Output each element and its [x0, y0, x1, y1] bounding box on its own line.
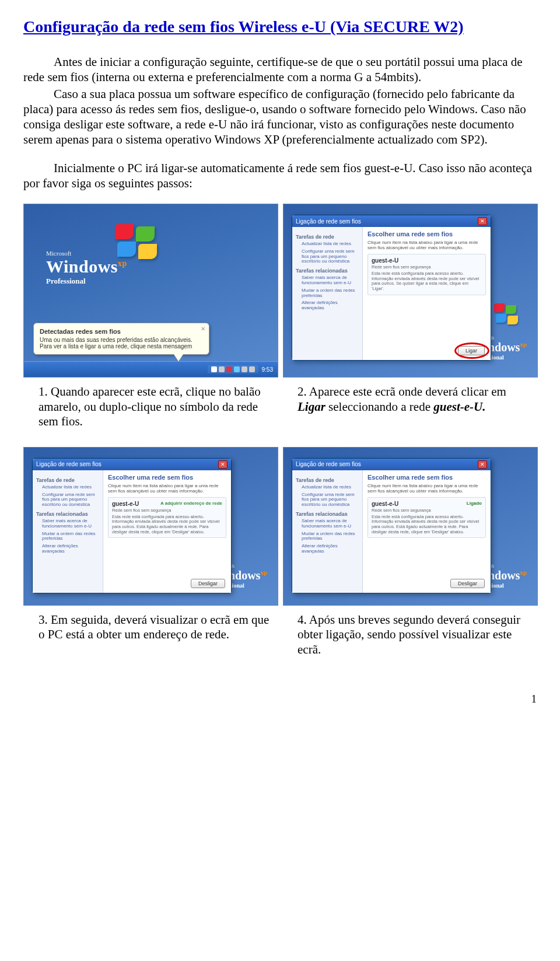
close-icon[interactable]: ✕	[478, 460, 487, 469]
balloon-title: Detectadas redes sem fios	[40, 328, 203, 335]
taskbar: 9:53	[24, 361, 278, 377]
system-tray[interactable]	[208, 365, 258, 373]
sidebar-link[interactable]: Mudar a ordem das redes preferidas	[302, 288, 359, 299]
sidebar-link[interactable]: Mudar a ordem das redes preferidas	[302, 532, 359, 542]
network-item[interactable]: Ligado guest-e-U Rede sem fios sem segur…	[368, 497, 486, 538]
wireless-window: Ligação de rede sem fios✕ Tarefas de red…	[292, 458, 491, 593]
window-titlebar: Ligação de rede sem fios ✕	[292, 215, 491, 227]
sidebar-link[interactable]: Alterar definições avançadas	[302, 300, 359, 311]
sidebar-link[interactable]: Actualizar lista de redes	[302, 242, 359, 247]
caption-1: 1. Quando aparecer este ecrã, clique no …	[23, 385, 278, 429]
caption-row-2: 3. Em seguida, deverá visualizar o ecrã …	[23, 613, 537, 658]
page-title: Configuração da rede sem fios Wireless e…	[23, 16, 537, 37]
tray-icon[interactable]	[219, 366, 225, 372]
screenshot-4: Microsoft Windowsxp Professional Ligação…	[283, 447, 538, 606]
caption-row-1: 1. Quando aparecer este ecrã, clique no …	[23, 385, 537, 429]
sidebar-link[interactable]: Configurar uma rede sem fios para um peq…	[302, 492, 359, 508]
wifi-icon[interactable]	[234, 366, 240, 372]
sidebar-link[interactable]: Saber mais acerca de funcionamento sem e…	[302, 275, 359, 286]
screenshot-1: Microsoft Windowsxp Professional ✕ Detec…	[23, 204, 278, 378]
balloon-body: Uma ou mais das suas redes preferidas es…	[40, 337, 203, 350]
sidebar-link[interactable]: Actualizar lista de redes	[42, 485, 99, 490]
windows-flag-icon	[494, 303, 522, 327]
screenshot-row-2: Microsoft Windowsxp Professional Ligação…	[23, 447, 537, 606]
screenshot-row-1: Microsoft Windowsxp Professional ✕ Detec…	[23, 204, 537, 378]
tray-icon[interactable]	[226, 366, 232, 372]
network-status: Ligado	[467, 501, 482, 506]
sidebar-link[interactable]: Configurar uma rede sem fios para um peq…	[42, 492, 99, 508]
tray-icon[interactable]	[242, 366, 247, 372]
caption-3: 3. Em seguida, deverá visualizar o ecrã …	[23, 613, 278, 658]
sidebar-link[interactable]: Saber mais acerca de funcionamento sem e…	[42, 519, 99, 529]
screenshot-2: Microsoft Windowsxp Professional Ligação…	[283, 204, 538, 378]
network-item[interactable]: guest-e-U Rede sem fios sem segurança Es…	[368, 254, 486, 295]
window-main: Escolher uma rede sem fios Clique num it…	[363, 227, 491, 360]
taskbar-clock: 9:53	[262, 366, 273, 373]
sidebar-link[interactable]: Saber mais acerca de funcionamento sem e…	[302, 519, 359, 529]
intro-paragraph-1: Antes de iniciar a configuração seguinte…	[23, 54, 537, 85]
sidebar-link[interactable]: Mudar a ordem das redes preferidas	[42, 532, 99, 542]
tray-icon[interactable]	[249, 366, 255, 372]
close-icon[interactable]: ✕	[478, 217, 487, 225]
wireless-window: Ligação de rede sem fios ✕ Tarefas de re…	[292, 215, 491, 361]
intro-paragraph-3: Inicialmente o PC irá ligar-se automatic…	[23, 160, 537, 191]
caption-2: 2. Aparece este ecrã onde deverá clicar …	[292, 385, 537, 429]
windows-logo: Microsoft Windowsxp Professional	[46, 250, 127, 286]
sidebar-link[interactable]: Alterar definições avançadas	[302, 544, 359, 554]
caption-4: 4. Após uns breves segundo deverá conseg…	[292, 613, 537, 658]
disconnect-button[interactable]: Desligar	[191, 579, 225, 588]
screenshot-3: Microsoft Windowsxp Professional Ligação…	[23, 447, 278, 606]
connect-button[interactable]: Ligar	[458, 346, 485, 355]
sidebar-link[interactable]: Alterar definições avançadas	[42, 544, 99, 554]
disconnect-button[interactable]: Desligar	[450, 579, 485, 588]
tray-balloon[interactable]: ✕ Detectadas redes sem fios Uma ou mais …	[33, 323, 209, 355]
close-icon[interactable]: ✕	[218, 460, 228, 469]
network-item[interactable]: A adquirir endereço de rede guest-e-U Re…	[108, 497, 226, 538]
intro-paragraph-2: Caso a sua placa possua um software espe…	[23, 86, 537, 148]
sidebar-link[interactable]: Configurar uma rede sem fios para um peq…	[302, 249, 359, 264]
tray-icon[interactable]	[211, 366, 217, 372]
window-sidebar: Tarefas de rede Actualizar lista de rede…	[292, 227, 363, 360]
wireless-window: Ligação de rede sem fios✕ Tarefas de red…	[32, 458, 232, 593]
page-number: 1	[23, 693, 537, 705]
network-status: A adquirir endereço de rede	[160, 501, 222, 506]
balloon-close-icon[interactable]: ✕	[201, 326, 205, 332]
sidebar-link[interactable]: Actualizar lista de redes	[302, 485, 359, 490]
